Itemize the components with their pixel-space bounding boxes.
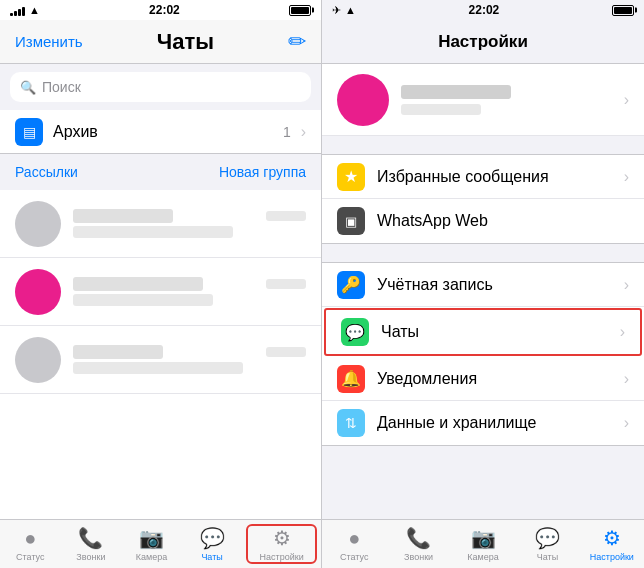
archive-row[interactable]: ▤ Архив 1 › [0, 110, 321, 154]
left-nav-bar: Изменить Чаты ✏ [0, 20, 321, 64]
search-input-display[interactable]: 🔍 Поиск [10, 72, 311, 102]
list-item[interactable] [0, 326, 321, 394]
whatsapp-web-label: WhatsApp Web [377, 212, 629, 230]
status-tab-icon: ● [24, 527, 36, 550]
right-status-tab-icon: ● [348, 527, 360, 550]
account-label: Учётная запись [377, 276, 612, 294]
chats-title: Чаты [157, 29, 214, 55]
chat-name-row [73, 345, 306, 359]
chats-tab-label: Чаты [201, 552, 222, 562]
profile-row[interactable]: › [322, 64, 644, 136]
list-item[interactable] [0, 258, 321, 326]
signal-bar-4 [22, 7, 25, 16]
whatsapp-web-row[interactable]: ▣ WhatsApp Web [322, 199, 644, 243]
signal-bar-3 [18, 9, 21, 16]
right-battery-icon [612, 5, 634, 16]
starred-messages-chevron: › [624, 168, 629, 186]
list-item[interactable] [0, 190, 321, 258]
notifications-chevron: › [624, 370, 629, 388]
chat-preview-blurred [73, 226, 233, 238]
calls-tab-icon: 📞 [78, 526, 103, 550]
profile-section: › [322, 64, 644, 136]
right-status-bar: ✈ ▲ 22:02 [322, 0, 644, 20]
avatar [15, 337, 61, 383]
starred-messages-icon: ★ [337, 163, 365, 191]
settings-tab-icon: ⚙ [273, 526, 291, 550]
right-calls-tab-icon: 📞 [406, 526, 431, 550]
new-group-link[interactable]: Новая группа [219, 164, 306, 180]
airplane-icon: ✈ [332, 4, 341, 17]
data-storage-chevron: › [624, 414, 629, 432]
account-chevron: › [624, 276, 629, 294]
chat-name-row [73, 209, 306, 223]
right-settings-tab-icon: ⚙ [603, 526, 621, 550]
account-icon: 🔑 [337, 271, 365, 299]
archive-count: 1 [283, 124, 291, 140]
left-panel: ▲ 22:02 Изменить Чаты ✏ 🔍 Поиск ▤ Архив … [0, 0, 322, 568]
left-signal-area: ▲ [10, 4, 40, 16]
compose-button[interactable]: ✏ [288, 29, 306, 55]
chat-time-blurred [266, 279, 306, 289]
right-battery-area [612, 5, 634, 16]
chat-preview-blurred [73, 362, 243, 374]
notifications-row[interactable]: 🔔 Уведомления › [322, 357, 644, 401]
battery-icon [289, 5, 311, 16]
archive-icon: ▤ [15, 118, 43, 146]
chat-name-blurred [73, 345, 163, 359]
tab-camera[interactable]: 📷 Камера [121, 520, 182, 568]
profile-name-blurred [401, 85, 511, 99]
chats-settings-chevron: › [620, 323, 625, 341]
chats-tab-icon: 💬 [200, 526, 225, 550]
account-row[interactable]: 🔑 Учётная запись › [322, 263, 644, 307]
settings-title: Настройки [438, 32, 528, 52]
right-signal-area: ✈ ▲ [332, 4, 356, 17]
settings-section-2: 🔑 Учётная запись › 💬 Чаты › 🔔 Уведомлени… [322, 262, 644, 446]
chats-settings-row[interactable]: 💬 Чаты › [326, 310, 640, 354]
left-tab-bar: ● Статус 📞 Звонки 📷 Камера 💬 Чаты ⚙ Наст… [0, 519, 321, 568]
right-tab-status[interactable]: ● Статус [322, 520, 386, 568]
profile-status-blurred [401, 104, 481, 115]
right-time: 22:02 [469, 3, 500, 17]
chat-time-blurred [266, 347, 306, 357]
notifications-icon: 🔔 [337, 365, 365, 393]
chat-name-blurred [73, 277, 203, 291]
broadcasts-link[interactable]: Рассылки [15, 164, 78, 180]
left-battery-area [289, 5, 311, 16]
chat-name-blurred [73, 209, 173, 223]
right-tab-bar: ● Статус 📞 Звонки 📷 Камера 💬 Чаты ⚙ Наст… [322, 519, 644, 568]
signal-bar-1 [10, 13, 13, 16]
calls-tab-label: Звонки [76, 552, 105, 562]
tab-chats[interactable]: 💬 Чаты [182, 520, 243, 568]
edit-button[interactable]: Изменить [15, 33, 83, 50]
bulk-actions-bar: Рассылки Новая группа [0, 154, 321, 190]
right-chats-tab-label: Чаты [537, 552, 558, 562]
right-calls-tab-label: Звонки [404, 552, 433, 562]
search-placeholder-text: Поиск [42, 79, 81, 95]
right-panel: ✈ ▲ 22:02 Настройки › [322, 0, 644, 568]
data-storage-label: Данные и хранилище [377, 414, 612, 432]
starred-messages-row[interactable]: ★ Избранные сообщения › [322, 155, 644, 199]
right-camera-tab-icon: 📷 [471, 526, 496, 550]
search-bar-container: 🔍 Поиск [0, 64, 321, 110]
chats-settings-icon: 💬 [341, 318, 369, 346]
tab-status[interactable]: ● Статус [0, 520, 61, 568]
tab-settings[interactable]: ⚙ Настройки [246, 524, 317, 564]
tab-calls[interactable]: 📞 Звонки [61, 520, 122, 568]
starred-messages-label: Избранные сообщения [377, 168, 612, 186]
chats-row-highlight-wrapper: 💬 Чаты › [324, 308, 642, 356]
right-camera-tab-label: Камера [467, 552, 498, 562]
archive-label: Архив [53, 123, 273, 141]
right-tab-chats[interactable]: 💬 Чаты [515, 520, 579, 568]
profile-avatar [337, 74, 389, 126]
left-status-bar: ▲ 22:02 [0, 0, 321, 20]
right-nav-bar: Настройки [322, 20, 644, 64]
data-storage-row[interactable]: ⇅ Данные и хранилище › [322, 401, 644, 445]
right-tab-camera[interactable]: 📷 Камера [451, 520, 515, 568]
chat-info [73, 345, 306, 374]
right-tab-calls[interactable]: 📞 Звонки [386, 520, 450, 568]
right-tab-settings[interactable]: ⚙ Настройки [580, 520, 644, 568]
archive-chevron-icon: › [301, 123, 306, 141]
wifi-icon-right: ▲ [345, 4, 356, 16]
whatsapp-web-icon: ▣ [337, 207, 365, 235]
archive-box-icon: ▤ [23, 124, 36, 140]
